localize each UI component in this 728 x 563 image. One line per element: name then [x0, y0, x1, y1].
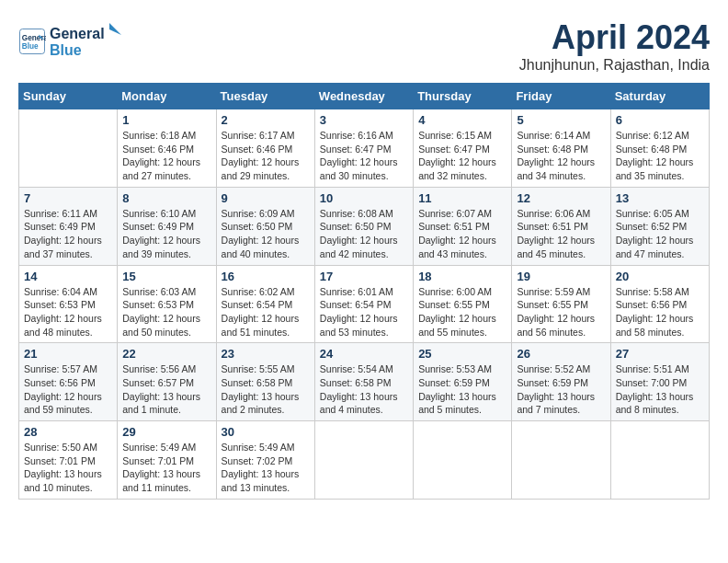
day-info: Sunrise: 6:00 AM Sunset: 6:55 PM Dayligh… — [418, 285, 506, 339]
day-info: Sunrise: 5:56 AM Sunset: 6:57 PM Dayligh… — [122, 362, 210, 417]
day-cell-16: 16Sunrise: 6:02 AM Sunset: 6:54 PM Dayli… — [216, 265, 314, 343]
day-info: Sunrise: 5:52 AM Sunset: 6:59 PM Dayligh… — [517, 362, 605, 417]
weekday-header-row: SundayMondayTuesdayWednesdayThursdayFrid… — [19, 84, 710, 109]
day-info: Sunrise: 6:02 AM Sunset: 6:54 PM Dayligh… — [222, 285, 310, 339]
title-block: April 2024 Jhunjhunun, Rajasthan, India — [519, 18, 710, 74]
day-number: 30 — [222, 425, 310, 439]
month-title: April 2024 — [519, 18, 710, 57]
weekday-header-sunday: Sunday — [19, 84, 118, 109]
day-info: Sunrise: 6:10 AM Sunset: 6:49 PM Dayligh… — [122, 207, 210, 261]
week-row-3: 14Sunrise: 6:04 AM Sunset: 6:53 PM Dayli… — [19, 265, 710, 343]
day-cell-14: 14Sunrise: 6:04 AM Sunset: 6:53 PM Dayli… — [19, 265, 118, 343]
day-number: 27 — [616, 347, 704, 361]
day-cell-23: 23Sunrise: 5:55 AM Sunset: 6:58 PM Dayli… — [216, 343, 314, 421]
day-number: 8 — [122, 191, 210, 205]
day-info: Sunrise: 6:04 AM Sunset: 6:53 PM Dayligh… — [24, 285, 112, 339]
day-info: Sunrise: 6:01 AM Sunset: 6:54 PM Dayligh… — [320, 285, 408, 339]
svg-text:Blue: Blue — [50, 42, 82, 58]
day-cell-8: 8Sunrise: 6:10 AM Sunset: 6:49 PM Daylig… — [118, 187, 216, 265]
day-number: 29 — [122, 425, 210, 439]
day-info: Sunrise: 6:17 AM Sunset: 6:46 PM Dayligh… — [222, 129, 310, 183]
weekday-header-thursday: Thursday — [414, 84, 512, 109]
day-cell-20: 20Sunrise: 5:58 AM Sunset: 6:56 PM Dayli… — [610, 265, 709, 343]
weekday-header-wednesday: Wednesday — [314, 84, 413, 109]
day-info: Sunrise: 6:03 AM Sunset: 6:53 PM Dayligh… — [122, 285, 210, 339]
day-cell-9: 9Sunrise: 6:09 AM Sunset: 6:50 PM Daylig… — [216, 187, 314, 265]
day-info: Sunrise: 6:16 AM Sunset: 6:47 PM Dayligh… — [320, 129, 408, 183]
general-blue-logo: General Blue — [50, 18, 123, 64]
day-number: 25 — [418, 347, 506, 361]
svg-text:General: General — [50, 26, 105, 41]
day-cell-21: 21Sunrise: 5:57 AM Sunset: 6:56 PM Dayli… — [19, 343, 118, 421]
empty-cell — [414, 421, 512, 500]
day-number: 12 — [517, 191, 605, 205]
weekday-header-friday: Friday — [512, 84, 610, 109]
day-number: 28 — [24, 425, 112, 439]
empty-cell — [19, 109, 118, 188]
day-info: Sunrise: 5:53 AM Sunset: 6:59 PM Dayligh… — [418, 362, 506, 417]
week-row-2: 7Sunrise: 6:11 AM Sunset: 6:49 PM Daylig… — [19, 187, 710, 265]
day-info: Sunrise: 6:08 AM Sunset: 6:50 PM Dayligh… — [320, 207, 408, 261]
day-number: 1 — [122, 113, 210, 127]
day-cell-11: 11Sunrise: 6:07 AM Sunset: 6:51 PM Dayli… — [414, 187, 512, 265]
week-row-4: 21Sunrise: 5:57 AM Sunset: 6:56 PM Dayli… — [19, 343, 710, 421]
day-cell-25: 25Sunrise: 5:53 AM Sunset: 6:59 PM Dayli… — [414, 343, 512, 421]
calendar-table: SundayMondayTuesdayWednesdayThursdayFrid… — [18, 83, 710, 500]
day-info: Sunrise: 5:59 AM Sunset: 6:55 PM Dayligh… — [517, 285, 605, 339]
svg-text:Blue: Blue — [22, 42, 39, 51]
day-info: Sunrise: 5:54 AM Sunset: 6:58 PM Dayligh… — [320, 362, 408, 417]
day-info: Sunrise: 5:51 AM Sunset: 7:00 PM Dayligh… — [616, 362, 704, 417]
day-info: Sunrise: 5:49 AM Sunset: 7:01 PM Dayligh… — [122, 441, 210, 495]
day-number: 24 — [320, 347, 408, 361]
day-number: 19 — [517, 270, 605, 283]
day-info: Sunrise: 6:18 AM Sunset: 6:46 PM Dayligh… — [122, 129, 210, 183]
day-number: 3 — [320, 113, 408, 127]
day-number: 16 — [222, 270, 310, 283]
day-number: 13 — [616, 191, 704, 205]
day-cell-5: 5Sunrise: 6:14 AM Sunset: 6:48 PM Daylig… — [512, 109, 610, 188]
svg-text:General: General — [22, 34, 46, 42]
day-cell-3: 3Sunrise: 6:16 AM Sunset: 6:47 PM Daylig… — [314, 109, 413, 188]
day-info: Sunrise: 6:07 AM Sunset: 6:51 PM Dayligh… — [418, 207, 506, 261]
day-cell-24: 24Sunrise: 5:54 AM Sunset: 6:58 PM Dayli… — [314, 343, 413, 421]
day-info: Sunrise: 5:49 AM Sunset: 7:02 PM Dayligh… — [222, 441, 310, 495]
day-number: 23 — [222, 347, 310, 361]
day-info: Sunrise: 5:50 AM Sunset: 7:01 PM Dayligh… — [24, 441, 112, 495]
day-number: 26 — [517, 347, 605, 361]
day-cell-10: 10Sunrise: 6:08 AM Sunset: 6:50 PM Dayli… — [314, 187, 413, 265]
page-header: General Blue General Blue General Blue A… — [18, 18, 710, 74]
empty-cell — [512, 421, 610, 500]
day-number: 15 — [122, 270, 210, 283]
day-cell-27: 27Sunrise: 5:51 AM Sunset: 7:00 PM Dayli… — [610, 343, 709, 421]
location-title: Jhunjhunun, Rajasthan, India — [519, 57, 710, 74]
weekday-header-monday: Monday — [118, 84, 216, 109]
day-number: 17 — [320, 270, 408, 283]
empty-cell — [314, 421, 413, 500]
day-info: Sunrise: 6:12 AM Sunset: 6:48 PM Dayligh… — [616, 129, 704, 183]
day-info: Sunrise: 6:15 AM Sunset: 6:47 PM Dayligh… — [418, 129, 506, 183]
day-info: Sunrise: 6:05 AM Sunset: 6:52 PM Dayligh… — [616, 207, 704, 261]
day-info: Sunrise: 5:57 AM Sunset: 6:56 PM Dayligh… — [24, 362, 112, 417]
day-cell-30: 30Sunrise: 5:49 AM Sunset: 7:02 PM Dayli… — [216, 421, 314, 500]
day-number: 22 — [122, 347, 210, 361]
day-number: 18 — [418, 270, 506, 283]
day-cell-6: 6Sunrise: 6:12 AM Sunset: 6:48 PM Daylig… — [610, 109, 709, 188]
day-info: Sunrise: 6:09 AM Sunset: 6:50 PM Dayligh… — [222, 207, 310, 261]
day-info: Sunrise: 6:11 AM Sunset: 6:49 PM Dayligh… — [24, 207, 112, 261]
weekday-header-saturday: Saturday — [610, 84, 709, 109]
day-number: 4 — [418, 113, 506, 127]
day-number: 11 — [418, 191, 506, 205]
day-number: 2 — [222, 113, 310, 127]
day-number: 10 — [320, 191, 408, 205]
day-cell-18: 18Sunrise: 6:00 AM Sunset: 6:55 PM Dayli… — [414, 265, 512, 343]
day-cell-28: 28Sunrise: 5:50 AM Sunset: 7:01 PM Dayli… — [19, 421, 118, 500]
svg-marker-6 — [109, 23, 121, 35]
day-cell-29: 29Sunrise: 5:49 AM Sunset: 7:01 PM Dayli… — [118, 421, 216, 500]
day-cell-22: 22Sunrise: 5:56 AM Sunset: 6:57 PM Dayli… — [118, 343, 216, 421]
day-cell-15: 15Sunrise: 6:03 AM Sunset: 6:53 PM Dayli… — [118, 265, 216, 343]
day-cell-19: 19Sunrise: 5:59 AM Sunset: 6:55 PM Dayli… — [512, 265, 610, 343]
day-number: 5 — [517, 113, 605, 127]
day-number: 9 — [222, 191, 310, 205]
day-info: Sunrise: 5:58 AM Sunset: 6:56 PM Dayligh… — [616, 285, 704, 339]
day-cell-1: 1Sunrise: 6:18 AM Sunset: 6:46 PM Daylig… — [118, 109, 216, 188]
